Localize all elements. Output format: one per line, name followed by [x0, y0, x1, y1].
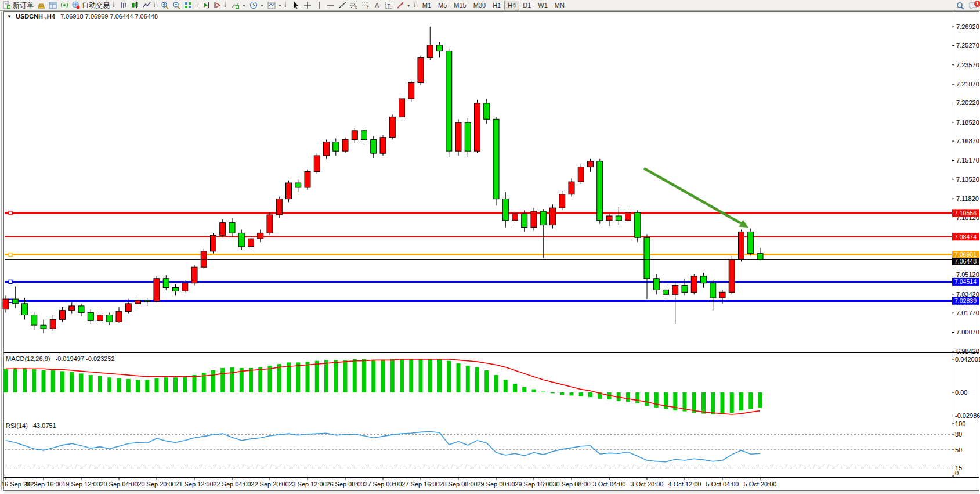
price-tag-line: 7.04514	[952, 278, 979, 286]
svg-text:29 Sep 00:00: 29 Sep 00:00	[477, 481, 515, 488]
svg-text:50: 50	[955, 446, 962, 453]
notification-badge: 1	[974, 1, 980, 7]
zoom-out-icon	[172, 1, 180, 9]
svg-text:F: F	[367, 6, 369, 9]
zoom-in-button[interactable]	[159, 1, 171, 10]
collapse-arrow-icon[interactable]: ▼	[7, 14, 12, 19]
gold-button[interactable]	[35, 1, 47, 10]
main-toolbar: 新订单自动交易▼▼▼EFAT▼ M1M5M15M30H1H4D1W1MN 1	[0, 0, 980, 11]
timeframe-MN-button[interactable]: MN	[551, 1, 568, 10]
ohlc-values: 7.06918 7.06969 7.06444 7.06448	[60, 13, 158, 20]
fibo-fan-button[interactable]: F	[360, 1, 371, 10]
auto-scroll-button[interactable]	[212, 1, 223, 10]
svg-text:27 Sep 00:00: 27 Sep 00:00	[364, 481, 402, 488]
toolbar-separator	[225, 2, 228, 9]
svg-text:16 Sep 16:00: 16 Sep 16:00	[24, 481, 62, 488]
svg-text:29 Sep 16:00: 29 Sep 16:00	[515, 481, 552, 488]
toolbar-separator	[285, 2, 288, 9]
chart-canvas[interactable]: 7.269207.252707.235707.218707.202207.185…	[0, 0, 980, 494]
timeframe-M30-button[interactable]: M30	[470, 1, 489, 10]
cursor-icon	[292, 1, 300, 9]
new-order-icon	[3, 1, 11, 9]
svg-text:7.25270: 7.25270	[956, 42, 979, 49]
text-button[interactable]: A	[371, 1, 383, 10]
fibonacci-button[interactable]: E	[348, 1, 360, 10]
svg-text:5 Oct 20:00: 5 Oct 20:00	[744, 481, 777, 488]
bar-chart-button[interactable]	[118, 1, 129, 10]
line-chart-icon	[143, 1, 151, 9]
text-label-button[interactable]: T	[383, 1, 395, 10]
svg-text:7.18520: 7.18520	[956, 119, 979, 126]
svg-text:A: A	[375, 2, 379, 9]
tile-windows-button[interactable]	[182, 1, 194, 10]
vertical-line-icon	[315, 1, 323, 9]
svg-text:7.16870: 7.16870	[956, 138, 979, 145]
svg-text:20 Sep 04:00: 20 Sep 04:00	[100, 481, 138, 488]
crosshair-button[interactable]	[302, 1, 313, 10]
bar-chart-icon	[120, 1, 128, 9]
indicators-button[interactable]: ▼	[230, 1, 248, 10]
signals-icon	[60, 1, 68, 9]
chat-icon[interactable]: 1	[969, 2, 977, 10]
text-icon: A	[373, 1, 381, 9]
periods-button[interactable]: ▼	[248, 1, 266, 10]
timeframe-M15-button[interactable]: M15	[450, 1, 469, 10]
timeframe-W1-button[interactable]: W1	[534, 1, 551, 10]
timeframe-H4-button[interactable]: H4	[504, 1, 519, 10]
toolbar-separator	[196, 2, 198, 9]
horizontal-line-button[interactable]	[325, 1, 337, 10]
auto-trading-button[interactable]: 自动交易	[70, 1, 111, 10]
svg-text:27 Sep 16:00: 27 Sep 16:00	[402, 481, 439, 488]
search-icon[interactable]	[956, 2, 964, 10]
svg-text:26 Sep 08:00: 26 Sep 08:00	[326, 481, 364, 488]
svg-text:7.10556: 7.10556	[954, 210, 977, 217]
svg-text:7.01770: 7.01770	[956, 309, 979, 316]
candle-chart-button[interactable]	[129, 1, 141, 10]
svg-text:21 Sep 12:00: 21 Sep 12:00	[175, 481, 213, 488]
svg-text:19 Sep 12:00: 19 Sep 12:00	[62, 481, 100, 488]
trend-line-button[interactable]	[337, 1, 348, 10]
svg-text:28 Sep 08:00: 28 Sep 08:00	[439, 481, 477, 488]
macd-values: -0.019497 -0.023252	[55, 355, 114, 362]
zoom-out-button[interactable]	[171, 1, 182, 10]
svg-text:E: E	[355, 6, 357, 9]
arrows-button[interactable]: ▼	[395, 1, 413, 10]
periods-dropdown-caret[interactable]: ▼	[260, 3, 264, 8]
cursor-button[interactable]	[290, 1, 302, 10]
svg-text:7.02839: 7.02839	[954, 297, 977, 304]
price-tag-line: 7.02839	[952, 297, 979, 305]
chart-shift-button[interactable]	[200, 1, 212, 10]
signals-button[interactable]	[59, 1, 70, 10]
templates-dropdown-caret[interactable]: ▼	[278, 3, 282, 8]
svg-text:0.00: 0.00	[955, 389, 967, 396]
arrows-dropdown-caret[interactable]: ▼	[407, 3, 411, 8]
timeframe-D1-button[interactable]: D1	[519, 1, 534, 10]
svg-text:5 Oct 04:00: 5 Oct 04:00	[706, 481, 739, 488]
vertical-line-button[interactable]	[313, 1, 325, 10]
gold-icon	[37, 1, 45, 9]
svg-text:22 Sep 04:00: 22 Sep 04:00	[213, 481, 251, 488]
auto-trading-label: 自动交易	[82, 1, 110, 10]
indicators-dropdown-caret[interactable]: ▼	[242, 3, 246, 8]
svg-text:T: T	[387, 3, 390, 9]
chart-title[interactable]: ▼ USDCNH-,H4 7.06918 7.06969 7.06444 7.0…	[7, 13, 158, 20]
auto-scroll-icon	[214, 1, 222, 9]
svg-text:7.21870: 7.21870	[956, 81, 979, 88]
timeframe-M1-button[interactable]: M1	[419, 1, 435, 10]
svg-text:-0.029864: -0.029864	[955, 412, 980, 419]
svg-text:7.20220: 7.20220	[956, 99, 979, 106]
templates-button[interactable]: ▼	[266, 1, 284, 10]
timeframe-H1-button[interactable]: H1	[489, 1, 504, 10]
templates-icon	[267, 1, 276, 9]
market-watch-button[interactable]	[47, 1, 59, 10]
indicators-icon	[232, 1, 240, 9]
svg-text:0.042001: 0.042001	[955, 356, 980, 363]
new-order-button[interactable]: 新订单	[1, 1, 35, 10]
zoom-in-icon	[161, 1, 169, 9]
svg-text:0: 0	[955, 470, 959, 477]
rsi-name: RSI(14)	[6, 422, 28, 429]
chart-shift-icon	[202, 1, 210, 9]
timeframe-M5-button[interactable]: M5	[435, 1, 450, 10]
text-label-icon: T	[385, 1, 393, 9]
line-chart-button[interactable]	[141, 1, 153, 10]
